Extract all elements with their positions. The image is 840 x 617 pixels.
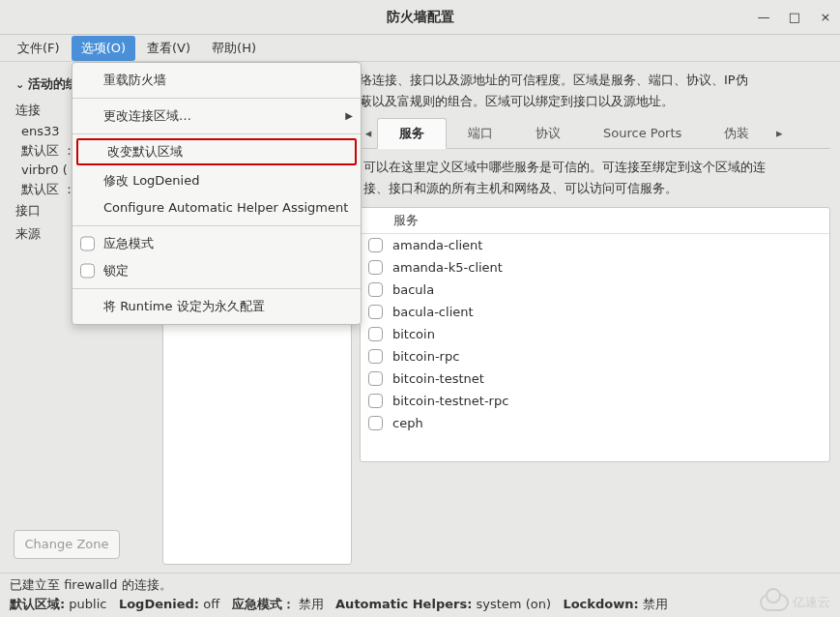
close-button[interactable]: ×: [817, 10, 834, 24]
menu-bar: 文件(F) 选项(O) 查看(V) 帮助(H): [0, 35, 840, 62]
service-checkbox[interactable]: [368, 349, 383, 364]
panic-value: 禁用: [299, 597, 324, 611]
window-controls: — □ ×: [755, 0, 834, 34]
status-bar: 已建立至 firewalld 的连接。 默认区域: public LogDeni…: [0, 573, 840, 617]
dd-separator: [72, 133, 361, 134]
dd-lockdown-label: 锁定: [103, 263, 129, 279]
logdenied-value: off: [203, 597, 219, 611]
service-row[interactable]: amanda-k5-client: [361, 256, 829, 279]
service-row[interactable]: bacula: [361, 279, 829, 301]
default-zone-value: public: [69, 597, 106, 611]
dd-runtime-label: 将 Runtime 设定为永久配置: [103, 299, 265, 314]
auto-helpers-label: Automatic Helpers:: [335, 597, 472, 611]
chevron-down-icon: ⌄: [15, 78, 24, 91]
options-dropdown: 重载防火墙 更改连接区域… ▶ 改变默认区域 修改 LogDenied Conf…: [72, 62, 362, 325]
submenu-arrow-icon: ▶: [345, 108, 353, 124]
dd-reload-firewall[interactable]: 重载防火墙: [72, 67, 361, 94]
service-label: bitcoin-rpc: [392, 349, 459, 364]
dd-change-default-label: 改变默认区域: [107, 144, 183, 160]
dd-separator: [72, 288, 361, 289]
tab-scroll-left-icon[interactable]: ◂: [360, 120, 377, 147]
service-row[interactable]: bitcoin: [361, 323, 829, 345]
tab-source-ports[interactable]: Source Ports: [582, 120, 703, 146]
dd-change-conn-label: 更改连接区域…: [103, 108, 191, 124]
dd-panic-label: 应急模式: [103, 236, 154, 251]
dd-configure-helper-label: Configure Automatic Helper Assigment: [103, 200, 348, 216]
service-checkbox[interactable]: [368, 282, 383, 297]
panic-mode-checkbox[interactable]: [80, 237, 95, 251]
default-zone-label: 默认区域:: [10, 597, 65, 611]
dd-panic-mode[interactable]: 应急模式: [72, 230, 361, 257]
service-row[interactable]: amanda-client: [361, 234, 829, 256]
service-row[interactable]: bitcoin-testnet-rpc: [361, 390, 829, 412]
service-checkbox[interactable]: [368, 260, 383, 275]
service-checkbox[interactable]: [368, 416, 383, 430]
services-list[interactable]: 服务 amanda-client amanda-k5-client bacula…: [360, 207, 830, 462]
service-label: bitcoin-testnet: [392, 371, 484, 386]
dd-change-default-zone[interactable]: 改变默认区域: [76, 138, 357, 165]
service-label: amanda-client: [392, 238, 482, 252]
service-row[interactable]: bitcoin-testnet: [361, 367, 829, 390]
service-label: bacula-client: [392, 305, 474, 319]
services-desc-line1: 可以在这里定义区域中哪些服务是可信的。可连接至绑定到这个区域的连: [363, 160, 766, 174]
tab-protocols[interactable]: 协议: [514, 119, 582, 148]
lockdown-value: 禁用: [643, 597, 668, 611]
auto-helpers-value: system (on): [477, 597, 551, 611]
status-summary: 默认区域: public LogDenied: off 应急模式： 禁用 Aut…: [10, 595, 830, 614]
logdenied-label: LogDenied:: [119, 597, 199, 611]
dd-modify-logdenied[interactable]: 修改 LogDenied: [72, 167, 361, 194]
tab-masquerade[interactable]: 伪装: [703, 119, 770, 148]
minimize-button[interactable]: —: [755, 10, 772, 24]
service-label: bitcoin: [392, 327, 435, 341]
lockdown-checkbox[interactable]: [80, 264, 95, 279]
zone-detail: 络连接、接口以及源地址的可信程度。区域是服务、端口、协议、IP伪 蔽以及富规则的…: [356, 62, 840, 573]
services-description: 可以在这里定义区域中哪些服务是可信的。可连接至绑定到这个区域的连 接、接口和源的…: [360, 149, 830, 207]
dd-separator: [72, 225, 361, 226]
dd-separator: [72, 98, 361, 99]
zone-description: 络连接、接口以及源地址的可信程度。区域是服务、端口、协议、IP伪 蔽以及富规则的…: [360, 70, 830, 118]
dd-reload-label: 重载防火墙: [103, 73, 166, 88]
window-title: 防火墙配置: [387, 9, 454, 26]
zone-desc-line2: 蔽以及富规则的组合。区域可以绑定到接口以及源地址。: [360, 94, 674, 108]
service-checkbox[interactable]: [368, 238, 383, 252]
change-zone-button[interactable]: Change Zone: [14, 530, 120, 559]
service-label: ceph: [392, 416, 423, 430]
services-desc-line2: 接、接口和源的所有主机和网络及、可以访问可信服务。: [363, 181, 678, 195]
dd-runtime-permanent[interactable]: 将 Runtime 设定为永久配置: [72, 293, 361, 320]
service-row[interactable]: bacula-client: [361, 301, 829, 323]
panic-label: 应急模式：: [232, 597, 295, 611]
services-column-header: 服务: [361, 208, 829, 234]
lockdown-label: Lockdown:: [563, 597, 638, 611]
dd-lockdown[interactable]: 锁定: [72, 257, 361, 284]
service-checkbox[interactable]: [368, 371, 383, 386]
service-row[interactable]: bitcoin-rpc: [361, 345, 829, 367]
tab-services[interactable]: 服务: [377, 118, 447, 149]
zone-desc-line1: 络连接、接口以及源地址的可信程度。区域是服务、端口、协议、IP伪: [360, 73, 748, 87]
service-label: bacula: [392, 282, 434, 297]
status-connection: 已建立至 firewalld 的连接。: [10, 575, 830, 595]
service-checkbox[interactable]: [368, 394, 383, 408]
menu-help[interactable]: 帮助(H): [202, 36, 266, 61]
dd-modify-logdenied-label: 修改 LogDenied: [103, 173, 199, 189]
service-checkbox[interactable]: [368, 327, 383, 341]
tab-scroll-right-icon[interactable]: ▸: [770, 120, 788, 147]
dd-configure-helper[interactable]: Configure Automatic Helper Assigment: [72, 194, 361, 221]
menu-options[interactable]: 选项(O): [72, 36, 135, 61]
tab-ports[interactable]: 端口: [447, 119, 514, 148]
service-label: amanda-k5-client: [392, 260, 503, 275]
dd-change-connection-zone[interactable]: 更改连接区域… ▶: [72, 103, 361, 130]
service-row[interactable]: ceph: [361, 412, 829, 434]
service-label: bitcoin-testnet-rpc: [392, 394, 508, 408]
zone-tabs: ◂ 服务 端口 协议 Source Ports 伪装 ▸: [360, 118, 830, 149]
service-checkbox[interactable]: [368, 305, 383, 319]
maximize-button[interactable]: □: [786, 10, 803, 24]
menu-file[interactable]: 文件(F): [8, 36, 70, 61]
menu-view[interactable]: 查看(V): [137, 36, 200, 61]
title-bar: 防火墙配置 — □ ×: [0, 0, 840, 35]
